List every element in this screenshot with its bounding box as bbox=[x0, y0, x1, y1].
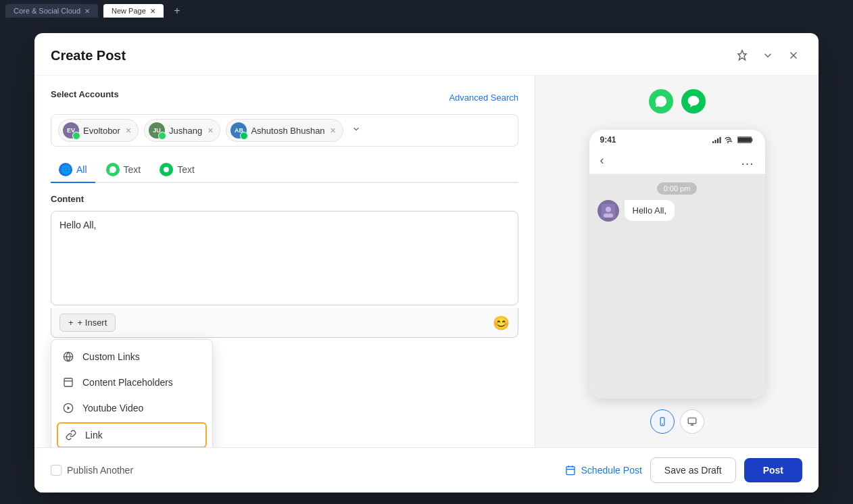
content-placeholders-label: Content Placeholders bbox=[82, 377, 173, 388]
signal-icon bbox=[712, 136, 722, 143]
svg-rect-14 bbox=[714, 140, 716, 143]
tab-all-label: All bbox=[76, 164, 87, 175]
account-chip-ashutosh: AB Ashutosh Bhushan × bbox=[226, 119, 343, 142]
insert-dropdown: Custom Links Content Placeholders bbox=[51, 339, 213, 447]
tab-close-2[interactable]: ✕ bbox=[150, 7, 155, 15]
publish-another-container: Publish Another bbox=[51, 465, 133, 476]
new-tab-button[interactable]: + bbox=[169, 3, 185, 19]
save-as-draft-button[interactable]: Save as Draft bbox=[650, 457, 736, 483]
header-actions bbox=[733, 47, 802, 64]
tab-line-label: Text bbox=[177, 164, 195, 175]
svg-rect-19 bbox=[737, 138, 750, 143]
browser-tab-1[interactable]: Core & Social Cloud ✕ bbox=[5, 4, 98, 18]
phone-time: 9:41 bbox=[600, 135, 616, 145]
svg-rect-5 bbox=[64, 378, 72, 386]
chat-message: Hello All, bbox=[633, 205, 667, 216]
modal-footer: Publish Another Schedule Post Save as Dr… bbox=[34, 447, 819, 493]
custom-links-label: Custom Links bbox=[82, 351, 140, 362]
mobile-view-button[interactable] bbox=[650, 409, 675, 434]
svg-rect-22 bbox=[604, 213, 613, 218]
phone-header: ‹ … bbox=[589, 147, 765, 174]
content-label: Content bbox=[51, 194, 518, 204]
insert-button[interactable]: + + Insert bbox=[59, 313, 116, 332]
schedule-post-label: Schedule Post bbox=[581, 465, 642, 476]
tab-close-1[interactable]: ✕ bbox=[84, 7, 90, 15]
advanced-search-link[interactable]: Advanced Search bbox=[449, 93, 518, 103]
account-chip-evoltobor: EV Evoltobor × bbox=[58, 119, 139, 142]
avatar-ashutosh: AB bbox=[230, 122, 247, 138]
preview-platform-icons bbox=[649, 89, 706, 114]
wifi-icon bbox=[725, 136, 735, 143]
chip-close-ashutosh[interactable]: × bbox=[331, 126, 336, 135]
pin-button[interactable] bbox=[733, 47, 751, 64]
publish-another-label: Publish Another bbox=[67, 465, 133, 476]
avatar-jushang: JU bbox=[149, 122, 165, 138]
browser-tab-2[interactable]: New Page ✕ bbox=[103, 4, 164, 18]
line-tab-icon bbox=[160, 163, 173, 176]
link-label: Link bbox=[85, 430, 103, 440]
tab-label-1: Core & Social Cloud bbox=[14, 7, 80, 15]
chat-bubble: Hello All, bbox=[625, 200, 675, 221]
create-post-modal: Create Post bbox=[34, 33, 819, 493]
chip-close-jushang[interactable]: × bbox=[208, 126, 213, 135]
content-area: <span class="underline">Hello</span> All… bbox=[51, 211, 518, 338]
svg-rect-13 bbox=[712, 141, 714, 143]
link-icon bbox=[65, 429, 77, 441]
tab-all[interactable]: 🌐 All bbox=[51, 157, 95, 183]
status-icons bbox=[712, 136, 754, 144]
chip-name-ashutosh: Ashutosh Bhushan bbox=[251, 126, 324, 136]
svg-rect-28 bbox=[566, 467, 575, 475]
modal-title: Create Post bbox=[51, 48, 126, 64]
collapse-button[interactable] bbox=[759, 47, 777, 64]
modal-body: Select Accounts Advanced Search EV Evolt… bbox=[34, 76, 819, 447]
platform-badge-whatsapp2 bbox=[158, 132, 166, 140]
globe-icon: 🌐 bbox=[59, 163, 72, 176]
tab-whatsapp-label: Text bbox=[124, 164, 141, 175]
battery-icon bbox=[737, 136, 754, 144]
post-button[interactable]: Post bbox=[744, 458, 802, 482]
tab-line-text[interactable]: Text bbox=[151, 157, 203, 183]
chip-close-evoltobor[interactable]: × bbox=[126, 126, 131, 135]
insert-label: + Insert bbox=[78, 318, 107, 328]
dropdown-link[interactable]: Link bbox=[57, 422, 207, 447]
phone-preview: 9:41 bbox=[589, 130, 765, 399]
platform-badge-whatsapp bbox=[72, 132, 80, 140]
account-chip-jushang: JU Jushang × bbox=[144, 119, 220, 142]
svg-point-21 bbox=[606, 207, 611, 212]
dropdown-content-placeholders[interactable]: Content Placeholders bbox=[51, 370, 212, 395]
content-textarea[interactable]: <span class="underline">Hello</span> All… bbox=[51, 211, 518, 305]
content-placeholders-icon bbox=[62, 376, 74, 388]
accounts-dropdown-button[interactable] bbox=[349, 122, 364, 139]
dropdown-custom-links[interactable]: Custom Links bbox=[51, 344, 212, 370]
svg-point-17 bbox=[727, 142, 729, 143]
emoji-button[interactable]: 😊 bbox=[493, 315, 510, 331]
tab-bar: 🌐 All Text Text bbox=[51, 157, 518, 183]
youtube-video-label: Youtube Video bbox=[82, 403, 143, 413]
left-panel: Select Accounts Advanced Search EV Evolt… bbox=[34, 76, 535, 447]
svg-rect-25 bbox=[688, 418, 696, 424]
custom-links-icon bbox=[62, 351, 74, 363]
svg-marker-8 bbox=[68, 406, 70, 409]
modal-header: Create Post bbox=[34, 33, 819, 76]
view-toggle bbox=[650, 409, 704, 434]
dropdown-youtube-video[interactable]: Youtube Video bbox=[51, 395, 212, 421]
schedule-post-button[interactable]: Schedule Post bbox=[565, 465, 642, 476]
chat-timestamp: 0:00 pm bbox=[657, 182, 698, 195]
platform-badge-line bbox=[240, 132, 248, 140]
phone-chat-area: 0:00 pm Hello All, bbox=[589, 174, 765, 399]
phone-status-bar: 9:41 bbox=[589, 130, 765, 147]
tab-whatsapp-text[interactable]: Text bbox=[98, 157, 149, 183]
publish-another-checkbox[interactable] bbox=[51, 465, 62, 476]
preview-line-icon bbox=[681, 89, 706, 114]
content-toolbar: + + Insert 😊 bbox=[51, 308, 518, 338]
tab-label-2: New Page bbox=[112, 7, 146, 15]
accounts-container: EV Evoltobor × JU Jushang × bbox=[51, 114, 518, 147]
whatsapp-tab-icon bbox=[106, 163, 120, 176]
accounts-row: Select Accounts Advanced Search bbox=[51, 89, 518, 106]
chip-name-evoltobor: Evoltobor bbox=[83, 126, 120, 136]
close-modal-button[interactable] bbox=[785, 47, 802, 64]
chat-avatar bbox=[598, 200, 619, 222]
preview-whatsapp-icon bbox=[649, 89, 673, 114]
desktop-view-button[interactable] bbox=[680, 409, 704, 434]
svg-rect-15 bbox=[717, 138, 718, 143]
